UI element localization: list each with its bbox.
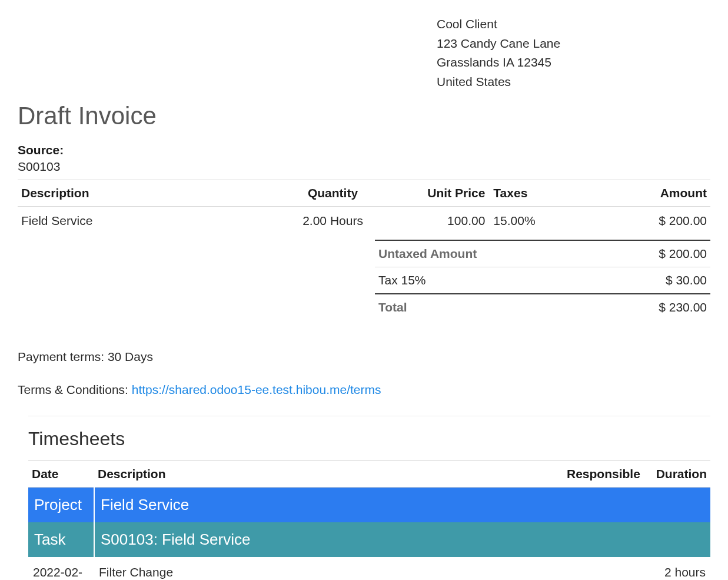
- ts-col-responsible: Responsible: [563, 461, 646, 488]
- source-label: Source:: [18, 143, 710, 157]
- client-address: Cool Client 123 Candy Cane Lane Grasslan…: [437, 15, 710, 91]
- payment-terms: Payment terms: 30 Days: [18, 350, 710, 364]
- untaxed-label: Untaxed Amount: [375, 240, 595, 267]
- col-description: Description: [18, 180, 274, 207]
- terms-and-conditions: Terms & Conditions: https://shared.odoo1…: [18, 383, 710, 397]
- totals-table: Untaxed Amount $ 200.00 Tax 15% $ 30.00 …: [375, 240, 710, 320]
- timesheets-header-row: Date Description Responsible Duration: [28, 461, 710, 488]
- timesheet-project-row: Project Field Service: [28, 488, 710, 523]
- untaxed-value: $ 200.00: [595, 240, 710, 267]
- ts-col-date: Date: [28, 461, 94, 488]
- tax-row: Tax 15% $ 30.00: [375, 267, 710, 294]
- task-value: S00103: Field Service: [94, 522, 710, 557]
- line-taxes: 15.00%: [488, 207, 586, 236]
- invoice-header-row: Description Quantity Unit Price Taxes Am…: [18, 180, 710, 207]
- section-divider: [28, 416, 710, 416]
- line-description: Field Service: [18, 207, 274, 236]
- ts-col-description: Description: [94, 461, 563, 488]
- terms-link[interactable]: https://shared.odoo15-ee.test.hibou.me/t…: [132, 383, 381, 396]
- source-value: S00103: [18, 160, 710, 174]
- col-amount: Amount: [586, 180, 710, 207]
- terms-prefix: Terms & Conditions:: [18, 383, 132, 396]
- timesheet-entry-row: 2022-02-28 Filter Change 2 hours: [28, 557, 710, 580]
- timesheets-table: Date Description Responsible Duration Pr…: [28, 460, 710, 580]
- project-value: Field Service: [94, 488, 710, 523]
- client-country: United States: [437, 72, 710, 92]
- project-label: Project: [28, 488, 94, 523]
- entry-duration: 2 hours: [646, 557, 710, 580]
- entry-responsible: [563, 557, 646, 580]
- client-name: Cool Client: [437, 15, 710, 34]
- tax-label: Tax 15%: [375, 267, 595, 294]
- total-label: Total: [375, 294, 595, 320]
- col-unit-price: Unit Price: [392, 180, 489, 207]
- client-city: Grasslands IA 12345: [437, 53, 710, 72]
- line-unit-price: 100.00: [392, 207, 489, 236]
- tax-value: $ 30.00: [595, 267, 710, 294]
- entry-description: Filter Change: [94, 557, 563, 580]
- task-label: Task: [28, 522, 94, 557]
- timesheets-title: Timesheets: [28, 428, 710, 450]
- invoice-line-table: Description Quantity Unit Price Taxes Am…: [18, 180, 710, 235]
- line-quantity: 2.00 Hours: [274, 207, 392, 236]
- line-amount: $ 200.00: [586, 207, 710, 236]
- client-street: 123 Candy Cane Lane: [437, 34, 710, 54]
- total-value: $ 230.00: [595, 294, 710, 320]
- page-title: Draft Invoice: [18, 102, 710, 130]
- col-quantity: Quantity: [274, 180, 392, 207]
- col-taxes: Taxes: [488, 180, 586, 207]
- entry-date: 2022-02-28: [28, 557, 94, 580]
- invoice-line-row: Field Service 2.00 Hours 100.00 15.00% $…: [18, 207, 710, 236]
- untaxed-row: Untaxed Amount $ 200.00: [375, 240, 710, 267]
- timesheet-task-row: Task S00103: Field Service: [28, 522, 710, 557]
- total-row: Total $ 230.00: [375, 294, 710, 320]
- ts-col-duration: Duration: [646, 461, 710, 488]
